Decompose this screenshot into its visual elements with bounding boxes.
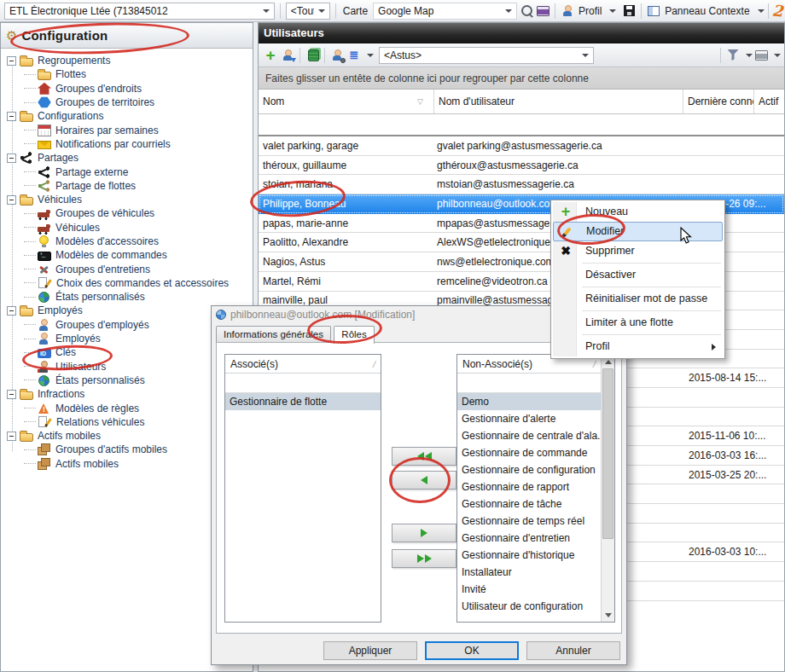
sidebar-item[interactable]: Groupes de territoires: [1, 96, 253, 109]
double-arrow-left-icon: [417, 452, 424, 461]
list-item[interactable]: Gestionnaire d'entretien: [457, 530, 601, 547]
table-row[interactable]: stoian, marianamstoian@astusmessagerie.c…: [259, 175, 784, 194]
print-button[interactable]: [535, 3, 551, 20]
filter-button[interactable]: [724, 47, 741, 64]
map-combobox[interactable]: Google Map: [373, 3, 517, 20]
menu-item-d-sactiver[interactable]: Désactiver: [553, 265, 723, 285]
sidebar-item-label: Clés: [55, 346, 76, 358]
sidebar-item[interactable]: Configurations: [1, 109, 253, 123]
profile-filter-combobox[interactable]: <Astus>: [379, 47, 594, 64]
list-item[interactable]: Utilisateur de configuration: [457, 598, 601, 615]
list-filter-row[interactable]: [457, 374, 601, 393]
list-item[interactable]: Gestionnaire de tâche: [457, 495, 601, 513]
move-right-button[interactable]: [392, 524, 456, 542]
move-all-left-button[interactable]: [392, 447, 456, 466]
print-list-button[interactable]: [753, 47, 770, 64]
column-header-nom[interactable]: Nom ▽: [259, 90, 434, 113]
search-button[interactable]: [519, 3, 535, 20]
sidebar-item[interactable]: Groupes d'endroits: [1, 82, 253, 96]
chevron-down-icon[interactable]: [367, 54, 374, 57]
column-header-active[interactable]: Actif: [754, 90, 784, 113]
tab-informations-generales[interactable]: Informations générales: [216, 326, 331, 342]
chevron-down-icon[interactable]: [746, 54, 753, 57]
user-settings-button[interactable]: [329, 47, 346, 64]
list-item[interactable]: Gestionnaire de commande: [457, 444, 601, 461]
table-row[interactable]: valet parking, garagegvalet parking@astu…: [259, 136, 784, 156]
profile-button[interactable]: [559, 3, 575, 20]
associated-list-header[interactable]: Associé(s) /: [225, 355, 381, 374]
copy-button[interactable]: [304, 47, 321, 64]
expander-icon[interactable]: [7, 390, 16, 399]
expander-icon[interactable]: [7, 306, 16, 316]
column-header-username[interactable]: Nom d'utilisateur: [434, 90, 683, 113]
context-panel-button[interactable]: [645, 3, 661, 20]
company-combobox[interactable]: ETL Électronique Ltée (713845012: [4, 3, 275, 20]
menu-item-supprimer[interactable]: ✖Supprimer: [553, 241, 723, 261]
list-item[interactable]: Gestionnaire de flotte: [225, 393, 381, 410]
list-item[interactable]: Gestionnaire de configuration: [457, 461, 601, 478]
scroll-down-icon[interactable]: [602, 608, 614, 622]
list-item[interactable]: Gestionnaire de rapport: [457, 478, 601, 495]
expander-icon[interactable]: [7, 56, 16, 66]
add-user-button[interactable]: +: [262, 47, 279, 64]
sidebar-item[interactable]: Partage externe: [1, 165, 253, 178]
list-scrollbar[interactable]: [601, 355, 614, 622]
chevron-down-icon[interactable]: [774, 54, 781, 57]
list-item[interactable]: Gestionnaire de temps réel: [457, 513, 601, 530]
expander-icon[interactable]: [7, 195, 16, 205]
sidebar-item[interactable]: Partages: [1, 151, 253, 165]
apply-button[interactable]: Appliquer: [323, 641, 417, 660]
list-item[interactable]: Invité: [457, 581, 601, 598]
list-item[interactable]: Demo: [457, 393, 601, 410]
move-left-button[interactable]: [392, 471, 456, 490]
scrollbar-thumb[interactable]: [602, 368, 613, 539]
chevron-down-icon: [582, 54, 589, 57]
menu-item-profil[interactable]: Profil: [553, 337, 723, 356]
sidebar-item[interactable]: Flottes: [1, 67, 253, 81]
sidebar-item[interactable]: Modèles d'accessoires: [1, 235, 253, 248]
sidebar-item-label: Groupes de territoires: [55, 96, 154, 108]
column-header-last-connection[interactable]: Dernière conne...: [683, 90, 754, 113]
sidebar-item[interactable]: Véhicules: [1, 193, 253, 206]
scope-combobox[interactable]: <Tout>: [286, 3, 330, 20]
sidebar-item-label: Choix des commandes et accessoires: [56, 277, 229, 289]
chevron-down-icon[interactable]: [758, 9, 765, 13]
tree-connector: [24, 449, 36, 450]
expander-icon[interactable]: [7, 112, 16, 121]
list-item[interactable]: Installateur: [457, 564, 601, 581]
expander-icon[interactable]: [7, 432, 16, 441]
menu-item-r-initialiser-mot-de-passe[interactable]: Réinitialiser mot de passe: [553, 289, 723, 309]
ok-button[interactable]: OK: [425, 641, 519, 660]
sidebar-item[interactable]: Groupes de véhicules: [1, 206, 253, 220]
menu-item-nouveau[interactable]: +Nouveau: [553, 202, 723, 222]
column-header-label: Dernière conne...: [688, 96, 754, 107]
tree-connector: [24, 185, 36, 186]
list-item[interactable]: Gestionnaire de centrale d'ala...: [457, 427, 601, 444]
group-by-bar[interactable]: Faites glisser un entête de colonne ici …: [259, 67, 784, 90]
cancel-button[interactable]: Annuler: [526, 641, 620, 660]
list-item[interactable]: Gestionnaire d'alerte: [457, 410, 601, 427]
import-user-button[interactable]: [279, 47, 296, 64]
expander-icon[interactable]: [7, 154, 16, 163]
menu-item-modifier[interactable]: Modifier: [553, 222, 723, 241]
toolbar-separator: [768, 3, 769, 19]
chevron-down-icon[interactable]: [609, 9, 616, 13]
move-all-right-button[interactable]: [392, 549, 456, 568]
sidebar-item[interactable]: Modèles de commandes: [1, 248, 253, 262]
sidebar-item[interactable]: Partage de flottes: [1, 179, 253, 193]
list-filter-row[interactable]: [225, 374, 381, 393]
list-item[interactable]: Gestionnaire d'historique: [457, 547, 601, 564]
sidebar-item[interactable]: Horaires par semaines: [1, 123, 253, 136]
grid-filter-row[interactable]: [259, 114, 784, 136]
table-row[interactable]: théroux, guillaumegthéroux@astusmessager…: [259, 156, 784, 176]
view-options-button[interactable]: ≣: [346, 47, 363, 64]
sidebar-item[interactable]: Groupes d'entretiens: [1, 262, 253, 275]
save-button[interactable]: [621, 3, 637, 20]
sidebar-item[interactable]: Choix des commandes et accessoires: [1, 276, 253, 290]
tab-roles[interactable]: Rôles: [334, 326, 374, 344]
sidebar-item[interactable]: États personnalisés: [1, 290, 253, 304]
sidebar-item[interactable]: Regroupements: [1, 54, 253, 67]
menu-item-limiter-une-flotte[interactable]: Limiter à une flotte: [553, 313, 723, 333]
sidebar-item[interactable]: Véhicules: [1, 221, 253, 235]
sidebar-item[interactable]: Notifications par courriels: [1, 137, 253, 151]
